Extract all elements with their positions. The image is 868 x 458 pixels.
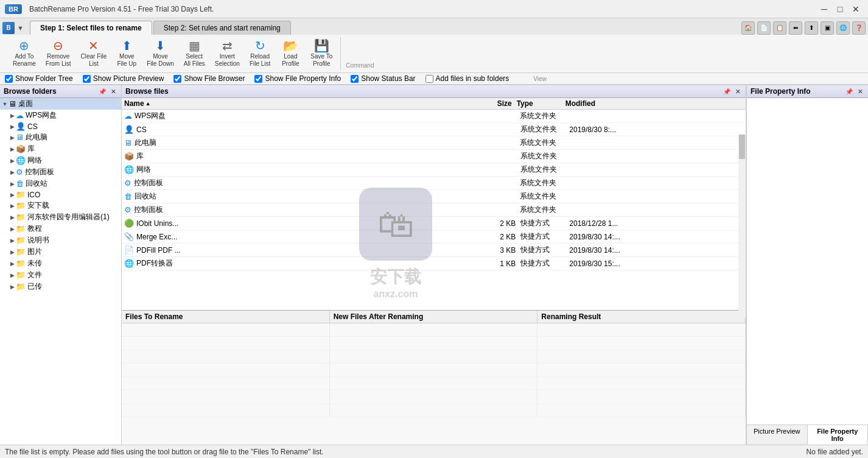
show-file-browser-input[interactable] <box>173 75 181 83</box>
browse-files-pin-icon[interactable]: 📌 <box>721 88 732 96</box>
file-row-4[interactable]: 🌐网络系统文件夹 <box>122 163 746 177</box>
tree-item-10[interactable]: ▶📁河东软件园专用编辑器(1) <box>0 211 121 223</box>
toolbar-icon-8[interactable]: ❓ <box>852 21 866 35</box>
tree-item-11[interactable]: ▶📁教程 <box>0 223 121 234</box>
select-all-files-button[interactable]: ▦SelectAll Files <box>180 37 209 70</box>
reload-file-list-button[interactable]: ↻ReloadFile List <box>245 37 275 70</box>
tab-step2[interactable]: Step 2: Set rules and start renaming <box>153 21 291 35</box>
show-picture-preview-input[interactable] <box>83 75 91 83</box>
file-row-1[interactable]: 👤CS系统文件夹2019/8/30 8:... <box>122 123 746 136</box>
clear-file-list-button[interactable]: ✕Clear FileList <box>76 37 111 70</box>
file-row-11[interactable]: 🌐PDF转换器1 KB快捷方式2019/8/30 15:... <box>122 257 746 270</box>
file-table-scroll[interactable]: ☁WPS网盘系统文件夹👤CS系统文件夹2019/8/30 8:...🖥此电脑系统… <box>122 110 746 310</box>
show-file-property-input[interactable] <box>254 75 262 83</box>
move-file-up-button[interactable]: ⬆MoveFile Up <box>112 37 141 70</box>
tree-expander-5[interactable]: ▶ <box>9 158 16 164</box>
tree-expander-14[interactable]: ▶ <box>9 261 16 267</box>
tree-label-3: 此电脑 <box>26 132 47 143</box>
invert-selection-button[interactable]: ⇄InvertSelection <box>211 37 244 70</box>
minimize-button[interactable]: ─ <box>817 3 831 15</box>
col-modified-header: Modified <box>565 99 743 108</box>
tree-item-13[interactable]: ▶📁图片 <box>0 246 121 258</box>
tree-item-16[interactable]: ▶📁已传 <box>0 281 121 292</box>
toolbar-icon-5[interactable]: ⬆ <box>805 21 818 35</box>
file-row-7[interactable]: ⚙控制面板系统文件夹 <box>122 203 746 217</box>
tree-item-7[interactable]: ▶🗑回收站 <box>0 178 121 189</box>
add-to-rename-button[interactable]: ⊕Add ToRename <box>9 37 40 70</box>
toolbar-icon-6[interactable]: ▣ <box>821 21 834 35</box>
show-status-bar-check[interactable]: Show Status Bar <box>351 74 415 83</box>
scrollbar-thumb[interactable] <box>739 135 745 159</box>
tree-item-3[interactable]: ▶🖥此电脑 <box>0 132 121 143</box>
tree-expander-9[interactable]: ▶ <box>9 203 16 209</box>
file-type-11: 快捷方式 <box>520 258 569 269</box>
show-picture-preview-check[interactable]: Show Picture Preview <box>83 74 164 83</box>
property-info-pin-icon[interactable]: 📌 <box>844 88 855 96</box>
file-row-8[interactable]: 🟢IObit Unins...2 KB快捷方式2018/12/28 1... <box>122 217 746 230</box>
tab-step1[interactable]: Step 1: Select files to rename <box>30 21 152 35</box>
file-row-5[interactable]: ⚙控制面板系统文件夹 <box>122 177 746 190</box>
toolbar-icon-1[interactable]: 🏠 <box>741 21 755 35</box>
show-file-property-check[interactable]: Show File Property Info <box>254 74 341 83</box>
show-folder-tree-check[interactable]: Show Folder Tree <box>5 74 73 83</box>
file-row-0[interactable]: ☁WPS网盘系统文件夹 <box>122 110 746 123</box>
file-row-2[interactable]: 🖥此电脑系统文件夹 <box>122 136 746 150</box>
move-file-down-button[interactable]: ⬇MoveFile Down <box>142 37 178 70</box>
tree-item-4[interactable]: ▶📦库 <box>0 143 121 155</box>
tree-item-6[interactable]: ▶⚙控制面板 <box>0 166 121 178</box>
tree-expander-2[interactable]: ▶ <box>9 124 16 130</box>
toolbar-icon-4[interactable]: ⬅ <box>789 21 802 35</box>
tree-item-9[interactable]: ▶📁安下载 <box>0 200 121 211</box>
browse-files-close-icon[interactable]: ✕ <box>733 88 742 96</box>
tree-item-5[interactable]: ▶🌐网络 <box>0 155 121 166</box>
save-to-profile-button[interactable]: 💾Save ToProfile <box>306 37 337 70</box>
tree-item-15[interactable]: ▶📁文件 <box>0 269 121 281</box>
tree-expander-1[interactable]: ▶ <box>9 113 16 119</box>
file-row-10[interactable]: 📄PDFill PDF ...3 KB快捷方式2019/8/30 14:... <box>122 244 746 257</box>
show-folder-tree-input[interactable] <box>5 75 13 83</box>
add-files-subfolders-input[interactable] <box>425 75 433 83</box>
file-row-3[interactable]: 📦库系统文件夹 <box>122 150 746 163</box>
pin-icon[interactable]: 📌 <box>97 88 108 96</box>
file-type-0: 系统文件夹 <box>520 111 569 121</box>
property-info-close-icon[interactable]: ✕ <box>856 88 864 96</box>
tree-expander-11[interactable]: ▶ <box>9 226 16 232</box>
tab-file-property-info[interactable]: File Property Info <box>808 425 869 445</box>
tree-expander-7[interactable]: ▶ <box>9 181 16 187</box>
tree-expander-3[interactable]: ▶ <box>9 135 16 141</box>
scrollbar-track[interactable] <box>738 134 746 311</box>
tree-expander-16[interactable]: ▶ <box>9 284 16 290</box>
tab-picture-preview[interactable]: Picture Preview <box>747 425 808 445</box>
toolbar-icon-3[interactable]: 📋 <box>773 21 786 35</box>
tree-expander-15[interactable]: ▶ <box>9 272 16 278</box>
tree-item-2[interactable]: ▶👤CS <box>0 121 121 132</box>
toolbar-icon-7[interactable]: 🌐 <box>836 21 850 35</box>
tree-expander-13[interactable]: ▶ <box>9 249 16 255</box>
tree-expander-8[interactable]: ▶ <box>9 192 16 198</box>
remove-from-list-button[interactable]: ⊖RemoveFrom List <box>41 37 75 70</box>
file-row-9[interactable]: 📎Merge Exc...2 KB快捷方式2019/8/30 14:... <box>122 230 746 244</box>
tree-expander-6[interactable]: ▶ <box>9 169 16 175</box>
show-file-browser-check[interactable]: Show File Browser <box>173 74 245 83</box>
tree-item-0[interactable]: ▼🖥桌面 <box>0 98 121 110</box>
tree-expander-12[interactable]: ▶ <box>9 238 16 244</box>
close-button[interactable]: ✕ <box>849 3 863 15</box>
maximize-button[interactable]: □ <box>833 3 847 15</box>
tree-item-1[interactable]: ▶☁WPS网盘 <box>0 110 121 121</box>
add-files-subfolders-check[interactable]: Add files in sub folders <box>425 74 509 83</box>
file-row-6[interactable]: 🗑回收站系统文件夹 <box>122 190 746 203</box>
file-name-5: 控制面板 <box>134 178 483 188</box>
load-profile-button[interactable]: 📂LoadProfile <box>276 37 305 70</box>
tree-item-8[interactable]: ▶📁ICO <box>0 189 121 200</box>
tree-expander-0[interactable]: ▼ <box>1 101 9 107</box>
show-status-bar-input[interactable] <box>351 75 359 83</box>
tree-expander-10[interactable]: ▶ <box>9 214 16 220</box>
close-panel-icon[interactable]: ✕ <box>109 88 117 96</box>
toolbar-icon-2[interactable]: 📄 <box>757 21 771 35</box>
tree-expander-4[interactable]: ▶ <box>9 146 16 152</box>
rename-rows[interactable] <box>122 323 746 445</box>
tree-item-12[interactable]: ▶📁说明书 <box>0 234 121 246</box>
tree-item-14[interactable]: ▶📁未传 <box>0 258 121 269</box>
file-list-upper: Name ▲ Size Type Modified ☁WPS网盘系统文件夹👤CS… <box>122 98 746 311</box>
tree-icon-3: 🖥 <box>16 133 24 142</box>
